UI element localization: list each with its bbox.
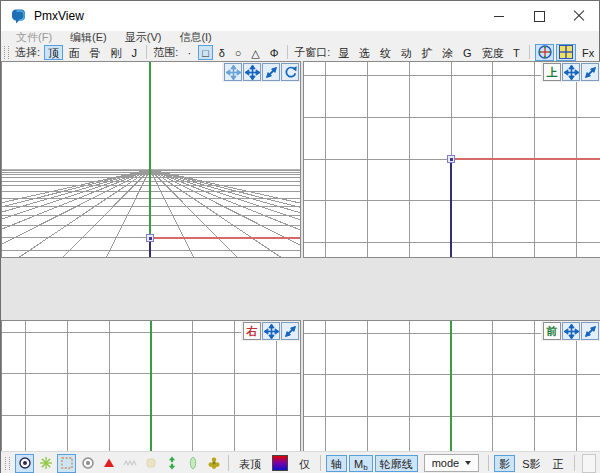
chevron-down-icon xyxy=(465,461,471,465)
pan-icon xyxy=(245,65,260,80)
window-title: PmxView xyxy=(34,9,84,23)
zoom-button[interactable] xyxy=(281,322,299,340)
orbit-button[interactable] xyxy=(224,63,242,81)
blob-toggle[interactable] xyxy=(141,454,160,473)
toolbar-label-subwindow: 子窗口: xyxy=(294,45,330,60)
viewport-perspective[interactable] xyxy=(1,61,301,258)
axis-toggle[interactable]: 轴 xyxy=(326,455,347,472)
vertex-display-toggle[interactable] xyxy=(15,454,34,473)
star-icon xyxy=(39,456,53,470)
wire-star-toggle[interactable] xyxy=(36,454,55,473)
maximize-icon xyxy=(534,11,545,22)
pmxview-window: PmxView 文件(F)编辑(E)显示(V)信息(I) 选择:顶面骨刚J范围:… xyxy=(0,0,600,473)
self-shadow-toggle[interactable]: S影 xyxy=(517,455,545,472)
menu-file[interactable]: 文件(F) xyxy=(7,31,61,43)
capsule-icon xyxy=(186,456,200,470)
close-icon xyxy=(573,10,585,22)
select-rigid-button[interactable]: 刚 xyxy=(106,45,125,60)
bottombar-separator xyxy=(488,455,489,471)
sub-g-button[interactable]: G xyxy=(459,45,475,60)
mb-toggle[interactable]: Mb xyxy=(349,455,373,472)
updown-arrows-toggle[interactable] xyxy=(162,454,181,473)
menu-info[interactable]: 信息(I) xyxy=(170,31,220,43)
color-swatch[interactable] xyxy=(272,455,288,471)
rotate-icon xyxy=(283,65,298,80)
dotted-square-toggle[interactable] xyxy=(57,454,76,473)
menubar: 文件(F)编辑(E)显示(V)信息(I) xyxy=(1,31,599,43)
pan-icon xyxy=(564,324,579,339)
zoom-button[interactable] xyxy=(581,322,599,340)
updown-icon xyxy=(165,456,179,470)
dotted-square-icon xyxy=(60,456,74,470)
viewport-front-buttons: 前 xyxy=(541,321,600,341)
axis-gizmo-toggle[interactable] xyxy=(535,44,555,61)
shadow-toggle[interactable]: 影 xyxy=(494,455,515,472)
sub-motion-button[interactable]: 动 xyxy=(397,45,416,60)
close-button[interactable] xyxy=(559,1,599,31)
minimize-icon xyxy=(494,16,504,17)
viewport-perspective-buttons xyxy=(222,62,300,82)
quad-grid-icon xyxy=(558,44,574,60)
range-phi-button[interactable]: Φ xyxy=(266,45,283,60)
outline-toggle[interactable]: 轮廓线 xyxy=(375,455,418,472)
viewport-label-右[interactable]: 右 xyxy=(243,322,261,340)
only-button[interactable]: 仅 xyxy=(294,455,315,472)
viewport-right-buttons: 右 xyxy=(241,321,300,341)
toolbar-grip[interactable] xyxy=(4,46,9,59)
zoom-button[interactable] xyxy=(581,63,599,81)
range-circle-button[interactable]: ○ xyxy=(231,45,246,60)
sub-extend-button[interactable]: 扩 xyxy=(417,45,436,60)
vertex-top-button[interactable]: 表顶 xyxy=(234,455,266,472)
front-face-toggle[interactable]: 正 xyxy=(548,455,569,472)
wave-toggle[interactable] xyxy=(120,454,139,473)
select-vertex-button[interactable]: 顶 xyxy=(44,45,63,60)
select-bone-button[interactable]: 骨 xyxy=(86,45,105,60)
pan-button[interactable] xyxy=(562,322,580,340)
flower-toggle[interactable] xyxy=(204,454,223,473)
pan-button[interactable] xyxy=(562,63,580,81)
toolbar-label-range: 范围: xyxy=(153,45,178,60)
zoom-icon xyxy=(283,324,298,339)
zoom-button[interactable] xyxy=(262,63,280,81)
zoom-icon xyxy=(583,65,598,80)
select-face-button[interactable]: 面 xyxy=(65,45,84,60)
range-triangle-button[interactable]: △ xyxy=(247,45,263,60)
bottombar-grip[interactable] xyxy=(5,457,10,470)
radio-grey-toggle[interactable] xyxy=(78,454,97,473)
quad-view-toggle[interactable] xyxy=(556,44,576,61)
range-delta-button[interactable]: δ xyxy=(215,45,229,60)
window-controls xyxy=(479,1,599,31)
select-joint-button[interactable]: J xyxy=(127,45,141,60)
triangle-icon xyxy=(102,456,116,470)
rotate-button[interactable] xyxy=(281,63,299,81)
toolbar-separator xyxy=(146,45,147,59)
sub-texture-button[interactable]: 纹 xyxy=(376,45,395,60)
fx-button[interactable]: Fx xyxy=(578,45,598,60)
pan-button[interactable] xyxy=(243,63,261,81)
main-toolbar: 选择:顶面骨刚J范围:·□δ○△Φ子窗口:显选纹动扩涂G宽度TFx xyxy=(1,43,599,61)
maximize-button[interactable] xyxy=(519,1,559,31)
viewport-top[interactable]: 上 xyxy=(303,61,600,258)
sub-width-button[interactable]: 宽度 xyxy=(477,45,507,60)
orbit-icon xyxy=(226,65,241,80)
viewport-label-上[interactable]: 上 xyxy=(543,63,561,81)
bottom-toolbar: 表顶仅轴Mb轮廓线mode影S影正 xyxy=(1,451,600,473)
range-box-button[interactable]: □ xyxy=(198,45,213,60)
blob-icon xyxy=(144,456,158,470)
sub-select-button[interactable]: 选 xyxy=(355,45,374,60)
sub-t-button[interactable]: T xyxy=(509,45,524,60)
pan-button[interactable] xyxy=(262,322,280,340)
sub-paint-button[interactable]: 涂 xyxy=(438,45,457,60)
menu-view[interactable]: 显示(V) xyxy=(116,31,171,43)
red-triangle-toggle[interactable] xyxy=(99,454,118,473)
mode-dropdown[interactable]: mode xyxy=(424,454,480,472)
viewport-label-前[interactable]: 前 xyxy=(543,322,561,340)
menu-edit[interactable]: 编辑(E) xyxy=(61,31,116,43)
sub-display-button[interactable]: 显 xyxy=(334,45,353,60)
range-point-button[interactable]: · xyxy=(182,45,196,60)
minimize-button[interactable] xyxy=(479,1,519,31)
app-icon xyxy=(10,8,27,25)
status-area xyxy=(582,454,597,473)
capsule-toggle[interactable] xyxy=(183,454,202,473)
bottombar-separator xyxy=(320,455,321,471)
